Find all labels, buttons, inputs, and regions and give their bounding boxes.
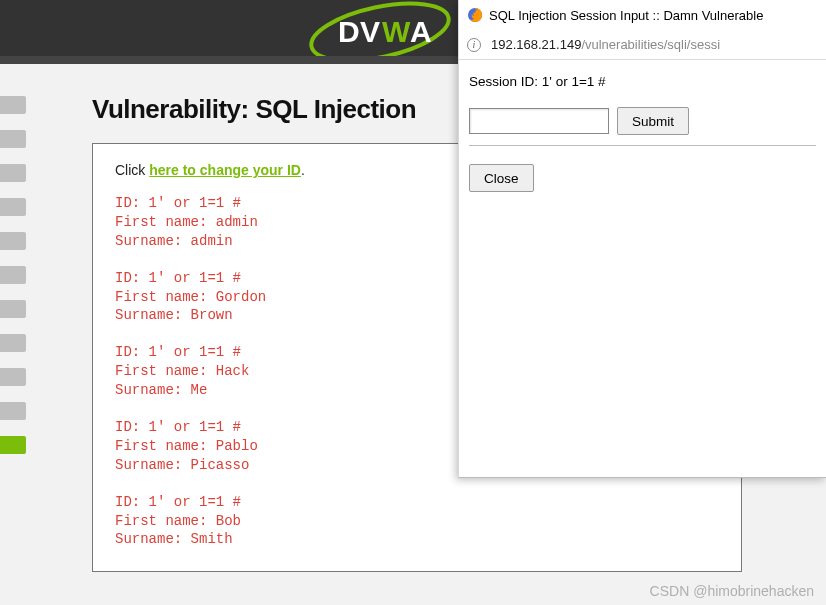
svg-text:A: A	[410, 15, 432, 48]
info-icon[interactable]: i	[467, 38, 481, 52]
sidebar-item-2[interactable]	[0, 164, 26, 182]
dvwa-logo-icon: D V W A	[290, 0, 470, 64]
firefox-icon	[467, 7, 483, 23]
session-id-line: Session ID: 1' or 1=1 #	[469, 74, 816, 89]
submit-button[interactable]: Submit	[617, 107, 689, 135]
session-id-label: Session ID:	[469, 74, 538, 89]
url-path: /vulnerabilities/sqli/sessi	[581, 37, 720, 52]
svg-text:V: V	[360, 15, 380, 48]
sidebar-item-6[interactable]	[0, 300, 26, 318]
sidebar-item-4[interactable]	[0, 232, 26, 250]
divider	[469, 145, 816, 146]
sidebar-item-0[interactable]	[0, 96, 26, 114]
sidebar-item-1[interactable]	[0, 130, 26, 148]
sidebar	[0, 96, 26, 470]
change-id-link[interactable]: here to change your ID	[149, 162, 301, 178]
popup-address-bar[interactable]: i 192.168.21.149/vulnerabilities/sqli/se…	[459, 30, 826, 60]
sidebar-item-9[interactable]	[0, 402, 26, 420]
sidebar-item-5[interactable]	[0, 266, 26, 284]
session-id-value: 1' or 1=1 #	[542, 74, 606, 89]
sidebar-item-8[interactable]	[0, 368, 26, 386]
session-input[interactable]	[469, 108, 609, 134]
click-suffix: .	[301, 162, 305, 178]
record-4: ID: 1' or 1=1 #First name: BobSurname: S…	[115, 493, 719, 550]
svg-text:W: W	[382, 15, 411, 48]
logo: D V W A	[290, 0, 470, 64]
close-button[interactable]: Close	[469, 164, 534, 192]
popup-titlebar[interactable]: SQL Injection Session Input :: Damn Vuln…	[459, 0, 826, 30]
svg-text:D: D	[338, 15, 360, 48]
input-row: Submit	[469, 107, 816, 135]
url-host: 192.168.21.149	[491, 37, 581, 52]
sidebar-item-10[interactable]	[0, 436, 26, 454]
popup-body: Session ID: 1' or 1=1 # Submit Close	[459, 60, 826, 206]
popup-window: SQL Injection Session Input :: Damn Vuln…	[458, 0, 826, 478]
sidebar-item-3[interactable]	[0, 198, 26, 216]
click-prefix: Click	[115, 162, 149, 178]
sidebar-item-7[interactable]	[0, 334, 26, 352]
popup-title: SQL Injection Session Input :: Damn Vuln…	[489, 8, 763, 23]
